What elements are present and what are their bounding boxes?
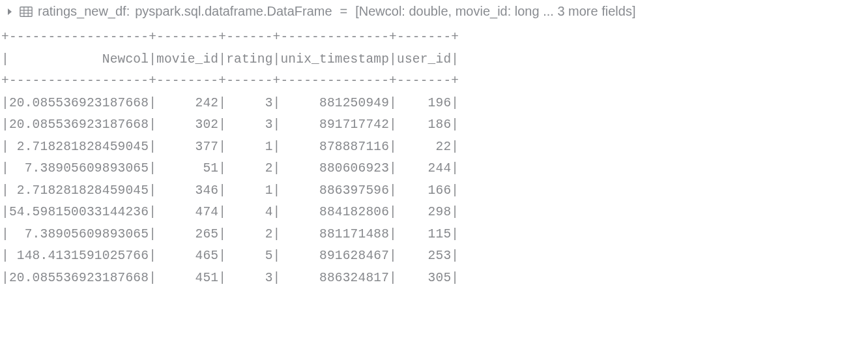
svg-rect-0 xyxy=(20,7,32,16)
expand-arrow-icon[interactable] xyxy=(5,8,14,16)
table-icon xyxy=(20,5,33,18)
variable-name: ratings_new_df: xyxy=(38,4,130,19)
table-output: +------------------+--------+------+----… xyxy=(0,22,868,289)
dataframe-header: ratings_new_df: pyspark.sql.dataframe.Da… xyxy=(0,0,868,22)
dataframe-type: pyspark.sql.dataframe.DataFrame xyxy=(135,4,332,19)
dataframe-schema: [Newcol: double, movie_id: long ... 3 mo… xyxy=(355,4,635,19)
equals-sign: = xyxy=(340,4,348,19)
